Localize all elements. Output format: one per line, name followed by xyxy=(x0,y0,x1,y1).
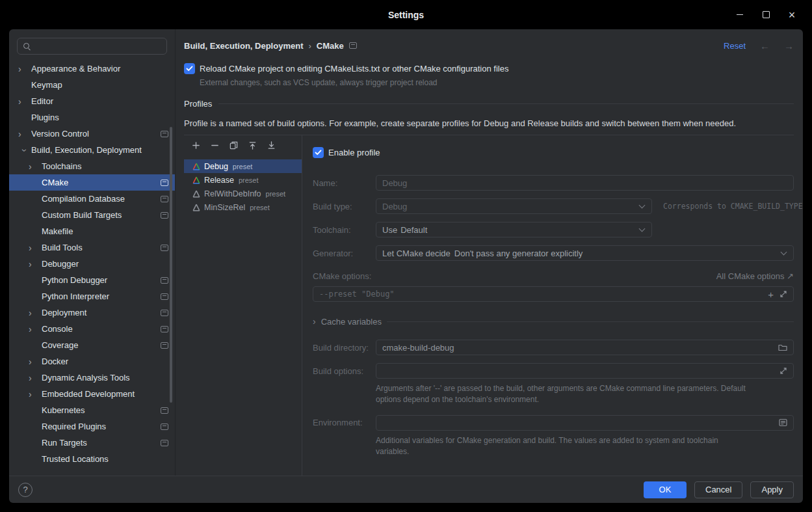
breadcrumb-parent[interactable]: Build, Execution, Deployment xyxy=(184,41,303,51)
search-field[interactable] xyxy=(17,38,167,55)
sidebar-item-custom-build-targets[interactable]: Custom Build Targets xyxy=(9,207,175,223)
sidebar-item-toolchains[interactable]: ›Toolchains xyxy=(9,158,175,174)
chevron-right-icon[interactable]: › xyxy=(313,316,316,327)
chevron-right-icon[interactable]: › xyxy=(29,373,42,383)
maximize-icon[interactable] xyxy=(760,9,772,21)
sidebar-item-cmake[interactable]: CMake xyxy=(9,174,175,191)
chevron-right-icon[interactable]: › xyxy=(29,357,42,367)
sidebar-item-label: Version Control xyxy=(31,129,161,139)
sidebar-item-compilation-database[interactable]: Compilation Database xyxy=(9,191,175,207)
sidebar-item-label: Coverage xyxy=(42,340,161,350)
chevron-right-icon[interactable]: › xyxy=(29,243,42,253)
generator-combo[interactable]: Let CMake decide Don't pass any generato… xyxy=(376,245,794,261)
environment-field[interactable] xyxy=(376,415,794,431)
sidebar-item-python-debugger[interactable]: Python Debugger xyxy=(9,272,175,288)
breadcrumb-separator-icon: › xyxy=(308,41,311,51)
sidebar-item-docker[interactable]: ›Docker xyxy=(9,353,175,370)
chevron-down-icon[interactable]: › xyxy=(20,144,30,157)
chevron-down-icon[interactable] xyxy=(781,250,787,256)
chevron-right-icon[interactable]: › xyxy=(18,129,31,139)
variables-list-icon[interactable] xyxy=(779,418,787,427)
chevron-right-icon[interactable]: › xyxy=(18,96,31,107)
remove-profile-icon[interactable] xyxy=(209,141,220,151)
cmake-logo-icon xyxy=(192,204,200,211)
reset-link[interactable]: Reset xyxy=(724,41,746,51)
minimize-icon[interactable] xyxy=(734,9,746,21)
sidebar-item-keymap[interactable]: Keymap xyxy=(9,77,175,93)
breadcrumb-current: CMake xyxy=(317,41,344,51)
profile-item-relwithdebinfo[interactable]: RelWithDebInfopreset xyxy=(184,187,302,200)
search-input[interactable] xyxy=(35,42,161,51)
sidebar-item-console[interactable]: ›Console xyxy=(9,321,175,337)
sidebar-item-dynamic-analysis-tools[interactable]: ›Dynamic Analysis Tools xyxy=(9,370,175,386)
sidebar-item-python-interpreter[interactable]: Python Interpreter xyxy=(9,288,175,304)
sidebar-item-kubernetes[interactable]: Kubernetes xyxy=(9,402,175,418)
build-directory-field[interactable]: cmake-build-debug xyxy=(376,340,794,355)
environment-label: Environment: xyxy=(313,418,376,427)
enable-profile-checkbox[interactable] xyxy=(313,147,324,158)
settings-tree: ›Appearance & BehaviorKeymap›EditorPlugi… xyxy=(9,61,175,476)
forward-arrow-icon[interactable]: → xyxy=(784,40,794,51)
environment-hint: Additional variables for CMake generatio… xyxy=(376,435,740,458)
project-level-icon xyxy=(349,42,357,49)
chevron-right-icon[interactable]: › xyxy=(29,324,42,334)
chevron-right-icon[interactable]: › xyxy=(29,308,42,318)
ok-button[interactable]: OK xyxy=(644,481,687,498)
build-options-field[interactable] xyxy=(376,363,794,379)
copy-profile-icon[interactable] xyxy=(228,141,239,151)
build-type-combo[interactable]: Debug xyxy=(376,198,652,214)
folder-icon[interactable] xyxy=(778,344,787,351)
scrollbar-thumb[interactable] xyxy=(170,127,172,403)
chevron-right-icon[interactable]: › xyxy=(29,389,42,399)
move-up-icon[interactable] xyxy=(247,141,257,151)
help-icon: ? xyxy=(23,485,27,494)
sidebar-item-version-control[interactable]: ›Version Control xyxy=(9,126,175,142)
sidebar-item-deployment[interactable]: ›Deployment xyxy=(9,304,175,321)
name-field[interactable]: Debug xyxy=(376,175,794,191)
profile-item-debug[interactable]: Debugpreset xyxy=(184,159,302,173)
sidebar-item-plugins[interactable]: Plugins xyxy=(9,109,175,126)
sidebar-item-build-execution-deployment[interactable]: ›Build, Execution, Deployment xyxy=(9,142,175,158)
chevron-down-icon[interactable] xyxy=(639,203,646,209)
sidebar-item-editor[interactable]: ›Editor xyxy=(9,93,175,109)
sidebar-item-embedded-development[interactable]: ›Embedded Development xyxy=(9,386,175,402)
sidebar-item-appearance-behavior[interactable]: ›Appearance & Behavior xyxy=(9,61,175,77)
sidebar-item-trusted-locations[interactable]: Trusted Locations xyxy=(9,451,175,467)
sidebar-item-run-targets[interactable]: Run Targets xyxy=(9,435,175,451)
chevron-down-icon[interactable] xyxy=(639,226,646,233)
cmake-options-field[interactable]: --preset "Debug" + xyxy=(313,286,794,302)
close-icon[interactable]: × xyxy=(786,9,798,21)
toolchain-combo[interactable]: Use Default xyxy=(376,222,652,237)
profile-item-release[interactable]: Releasepreset xyxy=(184,173,302,187)
cancel-button[interactable]: Cancel xyxy=(694,481,742,498)
profile-form: Enable profile Name: Debug Build type: D… xyxy=(302,135,794,476)
sidebar-item-coverage[interactable]: Coverage xyxy=(9,337,175,353)
chevron-right-icon[interactable]: › xyxy=(29,161,42,172)
cmake-options-header: CMake options: All CMake options ↗ xyxy=(313,270,794,282)
help-button[interactable]: ? xyxy=(18,483,33,497)
profiles-description: Profile is a named set of build options.… xyxy=(184,118,794,128)
sidebar-item-makefile[interactable]: Makefile xyxy=(9,223,175,239)
chevron-right-icon[interactable]: › xyxy=(18,64,31,74)
build-options-hint: Arguments after '--' are passed to the b… xyxy=(376,383,772,406)
sidebar-item-label: Docker xyxy=(42,357,168,366)
expand-icon[interactable] xyxy=(779,367,787,375)
sidebar-item-debugger[interactable]: ›Debugger xyxy=(9,256,175,272)
add-profile-icon[interactable] xyxy=(190,141,201,151)
reload-checkbox[interactable] xyxy=(184,63,195,74)
sidebar-item-build-tools[interactable]: ›Build Tools xyxy=(9,239,175,256)
all-cmake-options-link[interactable]: All CMake options ↗ xyxy=(716,271,794,281)
profile-item-minsizerel[interactable]: MinSizeRelpreset xyxy=(184,200,302,214)
sidebar-item-label: Console xyxy=(42,324,161,334)
add-option-icon[interactable]: + xyxy=(768,290,774,299)
move-down-icon[interactable] xyxy=(266,141,276,151)
chevron-right-icon[interactable]: › xyxy=(29,259,42,269)
sidebar-item-required-plugins[interactable]: Required Plugins xyxy=(9,418,175,435)
sidebar-item-label: Python Interpreter xyxy=(42,291,161,301)
apply-button[interactable]: Apply xyxy=(750,481,794,498)
back-arrow-icon[interactable]: ← xyxy=(760,40,770,51)
project-level-icon xyxy=(161,180,168,186)
expand-icon[interactable] xyxy=(779,290,787,298)
cache-variables-row[interactable]: › Cache variables xyxy=(313,316,794,327)
project-level-icon xyxy=(161,407,168,414)
